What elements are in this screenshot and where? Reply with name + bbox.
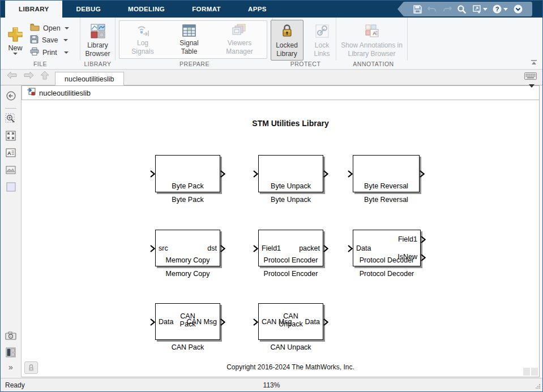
collapse-ribbon-icon[interactable] [530,57,538,67]
port-arrow-icon [348,245,353,252]
block-inner-label: Byte Pack [156,182,220,190]
ribbon-section-annotation: A Show Annotations in Library Browser [336,18,407,61]
screenshot-camera-icon[interactable] [4,329,18,342]
help-icon[interactable]: ? [492,4,508,14]
block-byte-reversal[interactable]: Byte Reversal [353,155,420,192]
status-text: Ready [5,381,25,389]
ribbon-section-prepare: Log Signals Signal Table Viewers Manager [115,18,272,61]
protect-section-label: PROTECT [273,61,337,69]
print-button[interactable]: Print [30,48,69,57]
popout-favorites-icon[interactable] [472,5,488,14]
new-button[interactable]: New [4,25,27,55]
output-port-label: Data [305,318,320,326]
port-arrow-icon [253,318,258,326]
port-arrow-icon [150,245,155,252]
lock-links-button[interactable]: Lock Links [306,20,339,61]
document-tab-bar: nucleoutilitieslib [1,70,542,85]
canvas-resize-grip[interactable] [523,368,538,376]
output-port-label: CAN Msg [187,318,217,326]
explorer-toggle-icon[interactable] [4,89,18,102]
port-arrow-icon [323,245,328,252]
area-tool-icon[interactable] [4,180,18,193]
annotation-tool-icon[interactable]: A [4,146,18,160]
toolstrip-tab-debug[interactable]: DEBUG [62,1,114,18]
port-arrow-icon [253,170,258,178]
breadcrumb-path: nucleoutilitieslib [39,89,525,97]
log-signals-button[interactable]: Log Signals [119,21,166,58]
link-icon [315,22,329,40]
input-port-label: Data [356,244,371,252]
signal-table-button[interactable]: Signal Table [166,21,212,58]
toolstrip-tab-format[interactable]: FORMAT [178,1,234,18]
lock-links-label: Lock Links [312,41,332,58]
document-tab[interactable]: nucleoutilitieslib [55,72,124,85]
svg-text:A: A [7,150,11,156]
port-arrow-icon [348,170,353,178]
dock-browser-icon[interactable] [4,346,18,359]
block-memory-copy[interactable]: Memory Copysrcdst [155,230,220,266]
breadcrumb-caret-icon[interactable] [529,88,535,98]
svg-text:?: ? [495,6,499,12]
back-icon[interactable] [6,71,18,81]
block-byte-pack[interactable]: Byte Pack [155,155,220,192]
port-arrow-icon [323,170,328,178]
save-icon[interactable] [413,5,422,14]
library-section-label: LIBRARY [80,61,116,69]
minimize-toolstrip-icon[interactable] [513,4,523,14]
redo-icon[interactable] [442,5,452,14]
save-caret-icon[interactable] [63,39,68,41]
block-caption: Byte Pack [144,196,232,204]
print-caret-icon[interactable] [64,51,69,54]
locked-library-button[interactable]: Locked Library [271,20,303,61]
annotation-section-label: ANNOTATION [337,61,409,69]
search-icon[interactable] [457,5,467,14]
open-button[interactable]: Open [30,23,69,33]
canvas-lock-button[interactable] [24,361,38,374]
ribbon-section-protect: Locked Library Lock Links [272,18,336,61]
port-arrow-icon [150,170,155,178]
port-arrow-icon [421,254,426,261]
forward-icon[interactable] [23,71,35,81]
popout-caret-icon[interactable] [483,8,488,11]
port-arrow-icon [421,236,426,243]
library-block-icon [27,87,36,98]
input-port-label: Data [159,318,173,326]
log-signals-icon [135,23,151,38]
library-canvas[interactable]: STM Utilities Library Byte PackByte Pack… [22,100,540,377]
fit-view-icon[interactable] [4,129,18,143]
block-can-unpack[interactable]: CAN UnpackCAN MsgData [258,303,323,340]
show-annotations-button[interactable]: A Show Annotations in Library Browser [340,20,404,61]
prepare-gallery: Log Signals Signal Table Viewers Manager [119,20,267,59]
open-caret-icon[interactable] [65,27,69,29]
log-signals-label: Log Signals [127,39,159,56]
block-inner-label: Byte Reversal [353,182,419,190]
library-title: STM Utilities Library [252,119,328,128]
help-caret-icon[interactable] [503,8,508,11]
new-caret-icon[interactable] [13,53,18,55]
block-can-pack[interactable]: CAN PackDataCAN Msg [155,303,220,340]
image-tool-icon[interactable] [4,163,18,176]
window-resize-grip[interactable] [535,383,541,391]
library-browser-button[interactable]: Library Browser [82,20,114,61]
signal-table-icon [182,23,196,38]
toolstrip-tab-modeling[interactable]: MODELING [114,1,178,18]
viewers-manager-label: Viewers Manager [223,39,256,56]
keyboard-icon[interactable] [524,72,537,82]
block-protocol-encoder[interactable]: Protocol EncoderField1packet [258,230,323,266]
port-arrow-icon [323,318,328,326]
zoom-region-icon[interactable] [4,112,18,126]
expand-palette-icon[interactable]: » [8,363,13,372]
viewers-manager-button[interactable]: Viewers Manager [212,21,267,58]
undo-icon[interactable] [427,5,437,14]
show-annotations-icon: A [365,22,379,40]
toolstrip-tab-apps[interactable]: APPS [234,1,280,18]
signal-table-label: Signal Table [176,39,202,56]
block-protocol-decoder[interactable]: Protocol DecoderDataField1IsNew [353,230,421,266]
toolstrip-tab-library[interactable]: LIBRARY [5,1,62,18]
breadcrumb[interactable]: nucleoutilitieslib [22,85,540,100]
block-byte-unpack[interactable]: Byte Unpack [258,155,323,192]
copyright-text: Copyright 2016-2024 The MathWorks, Inc. [226,363,354,371]
save-button[interactable]: Save [30,35,69,45]
up-icon[interactable] [40,71,49,82]
block-caption: CAN Unpack [247,343,335,351]
